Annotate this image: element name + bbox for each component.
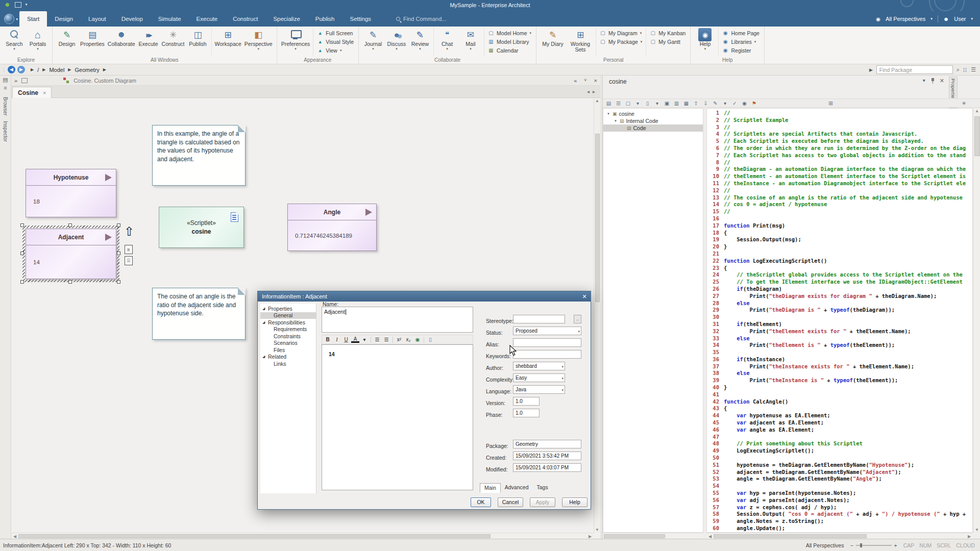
- dialog-tree-general[interactable]: General: [260, 312, 316, 319]
- find-package-input[interactable]: [876, 65, 953, 74]
- copy-icon[interactable]: ▣: [663, 99, 671, 107]
- collapse-chevrons-icon[interactable]: «: [574, 78, 577, 84]
- field-alias[interactable]: [513, 338, 581, 347]
- notes-field[interactable]: 14: [322, 344, 473, 490]
- ribbon-tab-start[interactable]: Start: [19, 11, 47, 27]
- all-perspectives-menu[interactable]: All Perspectives: [886, 16, 925, 22]
- browser-panel-icon[interactable]: ▤: [0, 76, 11, 84]
- gear-icon[interactable]: ✳: [960, 99, 968, 107]
- element-structure-icon[interactable]: ⌸: [125, 256, 133, 265]
- zoom-slider[interactable]: − +: [850, 542, 897, 548]
- bold-button[interactable]: B: [324, 336, 332, 343]
- sidebar-tab-inspector[interactable]: Inspector: [3, 121, 8, 142]
- field-author[interactable]: shebbard▾: [513, 362, 565, 370]
- chevron-down-icon[interactable]: ▾: [923, 78, 925, 84]
- ribbon-button-help[interactable]: Help▾: [693, 28, 717, 56]
- breadcrumb-item-model[interactable]: Model: [49, 67, 64, 73]
- selection-handle[interactable]: [20, 223, 24, 227]
- field-language[interactable]: Java▾: [513, 385, 565, 394]
- ribbon-tab-layout[interactable]: Layout: [81, 11, 114, 27]
- italic-button[interactable]: I: [333, 336, 341, 343]
- ribbon-tab-develop[interactable]: Develop: [114, 11, 151, 27]
- field-package[interactable]: Geometry: [513, 440, 581, 448]
- tree-item-code[interactable]: ▤Code: [603, 124, 703, 132]
- app-logo-icon[interactable]: [4, 14, 14, 24]
- tree-item-internal-code[interactable]: ▾▤Internal Code: [603, 117, 703, 124]
- field-modified[interactable]: 15/09/2021 4:03:07 PM: [513, 463, 581, 472]
- ribbon-button-chat[interactable]: Chat▾: [435, 28, 459, 56]
- selection-handle[interactable]: [117, 280, 120, 284]
- caret-down-icon[interactable]: ▾: [634, 99, 642, 107]
- ribbon-button-mail[interactable]: Mail▾: [459, 28, 482, 56]
- close-icon[interactable]: ×: [594, 78, 597, 84]
- windows-icon[interactable]: ▤: [605, 99, 612, 107]
- ribbon-tab-specialize[interactable]: Specialize: [265, 11, 307, 27]
- expand-arrow-icon[interactable]: ▶: [869, 67, 873, 72]
- numbered-list-button[interactable]: ☰: [382, 336, 390, 343]
- diagram-vertical-scrollbar[interactable]: ▲ ▼: [594, 98, 600, 533]
- inspector-panel-icon[interactable]: ≡: [0, 84, 11, 92]
- ribbon-button-review[interactable]: Review▾: [408, 28, 432, 56]
- ok-button[interactable]: OK: [471, 497, 491, 507]
- web-icon[interactable]: ◉: [741, 99, 748, 107]
- quicklink-up-arrow-icon[interactable]: ⇧: [124, 224, 134, 239]
- ribbon-tab-execute[interactable]: Execute: [189, 11, 226, 27]
- dialog-tab-tags[interactable]: Tags: [532, 483, 552, 493]
- caret-down-icon[interactable]: ▾: [653, 99, 661, 107]
- selection-handle[interactable]: [20, 280, 24, 284]
- dialog-title-bar[interactable]: InformationItem : Adjacent: [258, 291, 591, 302]
- dialog-tree-requirements[interactable]: Requirements: [260, 326, 316, 333]
- selection-handle[interactable]: [20, 252, 24, 255]
- ribbon-button-preferences[interactable]: Preferences▾: [280, 28, 312, 56]
- field-keywords[interactable]: [513, 350, 581, 359]
- pin-icon[interactable]: [930, 78, 935, 84]
- ribbon-button-search[interactable]: Search▾: [3, 28, 26, 56]
- note-element[interactable]: The cosine of an angle is the ratio of t…: [152, 288, 246, 340]
- superscript-button[interactable]: x²: [395, 336, 403, 343]
- hyperlink-button[interactable]: ◉: [413, 336, 422, 343]
- forward-button[interactable]: ▶: [17, 66, 25, 73]
- ribbon-button-working-sets[interactable]: Working Sets: [567, 28, 594, 56]
- status-perspective[interactable]: All Perspectives: [806, 542, 844, 548]
- dialog-tab-advanced[interactable]: Advanced: [501, 483, 533, 493]
- ribbon-button-publish[interactable]: Publish: [186, 28, 210, 56]
- ribbon-button-home-page[interactable]: Home Page: [720, 29, 761, 37]
- drag-handle[interactable]: ⋮: [2, 67, 6, 72]
- ribbon-button-portals[interactable]: Portals▾: [26, 28, 50, 56]
- code-editor[interactable]: 1//2// Scriptlet Example3//4// Scriptlet…: [706, 108, 973, 533]
- export-icon[interactable]: ⇩: [702, 99, 709, 107]
- edit-icon[interactable]: ✎: [712, 99, 719, 107]
- dialog-tree-related[interactable]: ◢Related: [260, 354, 316, 361]
- ribbon-button-workspace[interactable]: Workspace: [213, 28, 243, 56]
- dialog-tree-links[interactable]: Links: [260, 360, 316, 367]
- ribbon-button-model-home[interactable]: Model Home▾: [486, 29, 533, 37]
- caret-down-icon[interactable]: ▾: [360, 336, 369, 343]
- dialog-tree-constraints[interactable]: Constraints: [260, 333, 316, 340]
- ribbon-button-perspective[interactable]: Perspective▾: [243, 28, 274, 56]
- selection-handle[interactable]: [117, 223, 120, 227]
- user-menu[interactable]: User: [954, 16, 966, 22]
- diagram-horizontal-scrollbar[interactable]: ◀ ▶: [11, 533, 594, 539]
- ribbon-button-my-diagram[interactable]: My Diagram▾: [598, 29, 644, 37]
- ribbon-button-model-library[interactable]: Model Library: [486, 37, 533, 46]
- dialog-tree-responsibilities[interactable]: ◢Responsibilities: [260, 319, 316, 326]
- window-icon[interactable]: [21, 78, 28, 83]
- ribbon-button-collaborate[interactable]: Collaborate: [106, 28, 137, 56]
- close-icon[interactable]: ✕: [580, 292, 589, 300]
- font-color-button[interactable]: A: [351, 337, 359, 343]
- bookmark-icon[interactable]: ⊞: [827, 99, 835, 107]
- dialog-tree-scenarios[interactable]: Scenarios: [260, 340, 316, 347]
- ribbon-button-my-gantt[interactable]: My Gantt: [648, 37, 688, 46]
- document-button[interactable]: ▯: [426, 336, 434, 343]
- ribbon-button-discuss[interactable]: Discuss▾: [385, 28, 408, 56]
- ribbon-button-my-package[interactable]: My Package▾: [598, 37, 644, 46]
- cancel-button[interactable]: Cancel: [498, 497, 523, 507]
- sidebar-tab-browser[interactable]: Browser: [3, 97, 8, 116]
- element-angle[interactable]: Angle 0.7124746245384189: [287, 204, 377, 251]
- apply-button[interactable]: Apply: [530, 497, 555, 507]
- save-icon[interactable]: ▦: [682, 99, 690, 107]
- ribbon-button-construct[interactable]: Construct: [160, 28, 186, 56]
- ribbon-button-design[interactable]: Design: [55, 28, 79, 56]
- field-status[interactable]: Proposed▾: [513, 327, 581, 335]
- dialog-tab-main[interactable]: Main: [480, 483, 501, 493]
